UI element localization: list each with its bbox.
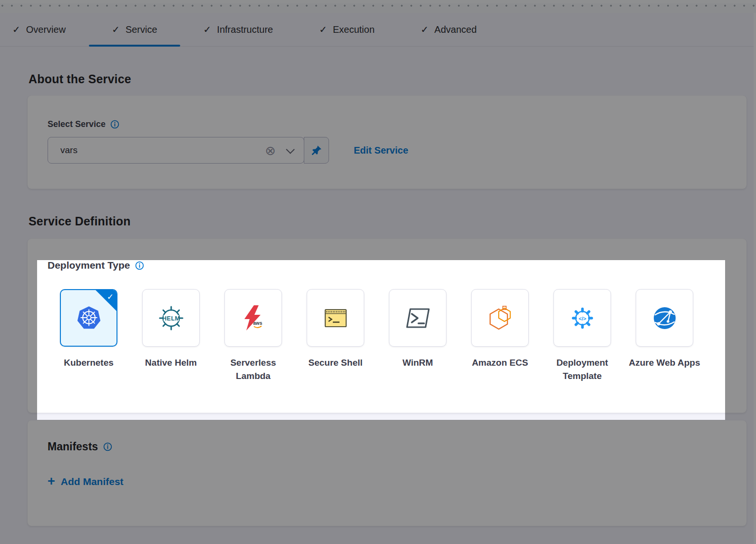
tab-label: Advanced bbox=[435, 24, 477, 35]
select-service-input[interactable] bbox=[59, 145, 265, 156]
deployment-type-card[interactable]: HELM bbox=[142, 289, 200, 347]
deployment-type-card[interactable] bbox=[389, 289, 446, 347]
check-icon: ✓ bbox=[319, 24, 327, 35]
scrollbar[interactable] bbox=[754, 13, 756, 544]
tab-label: Infrastructure bbox=[217, 24, 273, 35]
add-manifest-label: Add Manifest bbox=[61, 476, 124, 487]
about-service-heading: About the Service bbox=[29, 72, 756, 86]
deployment-type-card[interactable]: ✓ bbox=[60, 289, 117, 347]
deployment-type-card[interactable]: </> bbox=[553, 289, 611, 347]
info-icon[interactable] bbox=[103, 442, 112, 451]
check-icon: ✓ bbox=[107, 292, 114, 301]
check-icon: ✓ bbox=[12, 24, 20, 35]
deployment-type-label: Kubernetes bbox=[64, 356, 114, 369]
deployment-type-option-amazon-ecs[interactable]: Amazon ECS bbox=[459, 289, 541, 383]
tab-label: Overview bbox=[26, 24, 66, 35]
deployment-type-label: Azure Web Apps bbox=[629, 356, 700, 369]
helm-wheel-icon: HELM bbox=[156, 303, 186, 333]
clear-selection-icon[interactable]: ⊗ bbox=[265, 144, 276, 157]
edit-service-link[interactable]: Edit Service bbox=[354, 145, 408, 156]
tab-infrastructure[interactable]: ✓ Infrastructure bbox=[204, 13, 273, 46]
chevron-down-icon[interactable] bbox=[286, 145, 294, 154]
check-icon: ✓ bbox=[112, 24, 120, 35]
about-service-card: Select Service ⊗ Edit Serv bbox=[28, 96, 746, 189]
deployment-type-option-native-helm[interactable]: HELM Native Helm bbox=[130, 289, 212, 383]
deployment-type-label: Secure Shell bbox=[308, 356, 362, 369]
deployment-type-label: WinRM bbox=[402, 356, 433, 369]
deployment-type-option-kubernetes[interactable]: ✓ Kubernetes bbox=[48, 289, 130, 383]
tab-label: Execution bbox=[333, 24, 375, 35]
check-icon: ✓ bbox=[204, 24, 212, 35]
deployment-type-option-deployment-template[interactable]: </> Deployment Template bbox=[541, 289, 623, 383]
check-icon: ✓ bbox=[421, 24, 429, 35]
plus-icon: + bbox=[48, 475, 55, 488]
pin-icon bbox=[311, 145, 322, 156]
select-service-dropdown: ⊗ bbox=[48, 137, 329, 164]
info-icon[interactable] bbox=[135, 261, 144, 270]
powershell-icon bbox=[403, 303, 433, 333]
deployment-type-option-secure-shell[interactable]: Secure Shell bbox=[294, 289, 377, 383]
service-definition-card: Deployment Type ✓ bbox=[28, 239, 746, 413]
deployment-type-label: Deployment Template bbox=[542, 356, 623, 383]
deployment-type-label: Serverless Lambda bbox=[213, 356, 294, 383]
tab-execution[interactable]: ✓ Execution bbox=[319, 13, 375, 46]
deployment-type-option-winrm[interactable]: WinRM bbox=[377, 289, 459, 383]
add-manifest-button[interactable]: + Add Manifest bbox=[48, 475, 124, 488]
deployment-type-card[interactable]: aws bbox=[224, 289, 282, 347]
pipeline-canvas-strip bbox=[0, 0, 756, 13]
tab-label: Service bbox=[126, 24, 157, 35]
manifests-card: Manifests + Add Manifest bbox=[28, 420, 746, 526]
svg-text:aws: aws bbox=[253, 321, 262, 326]
service-tab-content: About the Service Select Service ⊗ bbox=[0, 72, 756, 526]
svg-text:HELM: HELM bbox=[162, 315, 180, 321]
service-definition-heading: Service Definition bbox=[29, 214, 756, 228]
kubernetes-icon bbox=[73, 302, 105, 334]
pin-service-button[interactable] bbox=[304, 137, 329, 164]
deployment-type-heading: Deployment Type bbox=[48, 260, 130, 271]
deployment-type-card[interactable] bbox=[307, 289, 364, 347]
gear-code-icon: </> bbox=[567, 303, 598, 333]
info-icon[interactable] bbox=[110, 120, 119, 129]
serverless-aws-bolt-icon: aws bbox=[238, 303, 269, 333]
ecs-hexagon-icon bbox=[485, 303, 515, 333]
deployment-type-options: ✓ Kubernetes bbox=[48, 289, 746, 383]
deployment-type-option-serverless-lambda[interactable]: aws Serverless Lambda bbox=[212, 289, 294, 383]
deployment-type-card[interactable] bbox=[471, 289, 529, 347]
manifests-heading: Manifests bbox=[48, 440, 98, 453]
svg-text:</>: </> bbox=[579, 315, 586, 321]
terminal-window-icon bbox=[320, 303, 351, 333]
deployment-type-card[interactable] bbox=[636, 289, 693, 347]
tab-overview[interactable]: ✓ Overview bbox=[12, 13, 66, 46]
deployment-type-option-azure-web-apps[interactable]: Azure Web Apps bbox=[623, 289, 706, 383]
deployment-type-label: Native Helm bbox=[145, 356, 197, 369]
azure-globe-icon bbox=[649, 303, 680, 333]
select-service-label: Select Service bbox=[48, 119, 106, 129]
tab-advanced[interactable]: ✓ Advanced bbox=[421, 13, 477, 46]
stage-tabbar: ✓ Overview ✓ Service ✓ Infrastructure ✓ … bbox=[0, 13, 756, 47]
select-service-field[interactable]: ⊗ bbox=[48, 137, 304, 164]
deployment-type-label: Amazon ECS bbox=[472, 356, 528, 369]
tab-service[interactable]: ✓ Service bbox=[112, 13, 157, 46]
